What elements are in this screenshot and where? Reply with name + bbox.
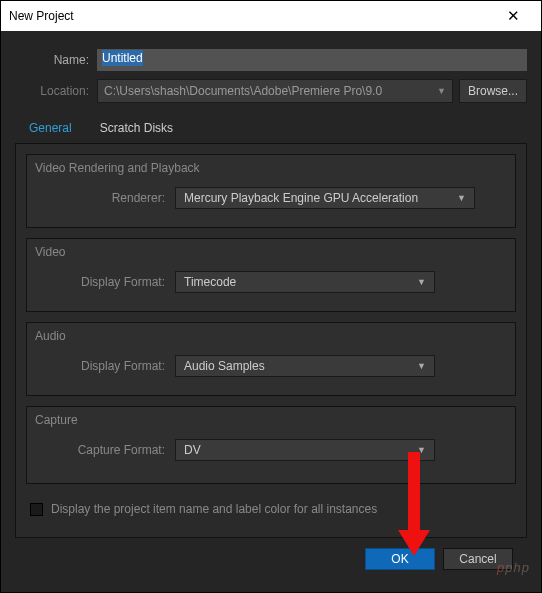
cancel-button[interactable]: Cancel: [443, 548, 513, 570]
audio-format-value: Audio Samples: [184, 359, 265, 373]
section-audio-title: Audio: [27, 323, 515, 353]
capture-format-label: Capture Format:: [35, 443, 175, 457]
name-label: Name:: [15, 53, 97, 67]
window-title: New Project: [9, 9, 493, 23]
ok-button[interactable]: OK: [365, 548, 435, 570]
location-label: Location:: [15, 84, 97, 98]
video-format-select[interactable]: Timecode ▼: [175, 271, 435, 293]
tabs: General Scratch Disks: [15, 115, 527, 144]
section-rendering: Video Rendering and Playback Renderer: M…: [26, 154, 516, 228]
location-row: Location: C:\Users\shash\Documents\Adobe…: [15, 79, 527, 103]
new-project-dialog: New Project ✕ Name: Untitled Location: C…: [0, 0, 542, 593]
location-value: C:\Users\shash\Documents\Adobe\Premiere …: [104, 84, 382, 98]
capture-format-value: DV: [184, 443, 201, 457]
titlebar: New Project ✕: [1, 1, 541, 31]
video-format-value: Timecode: [184, 275, 236, 289]
video-format-label: Display Format:: [35, 275, 175, 289]
close-icon[interactable]: ✕: [493, 7, 533, 25]
display-name-color-checkbox[interactable]: [30, 503, 43, 516]
browse-button[interactable]: Browse...: [459, 79, 527, 103]
section-capture: Capture Capture Format: DV ▼: [26, 406, 516, 484]
section-audio: Audio Display Format: Audio Samples ▼: [26, 322, 516, 396]
section-rendering-title: Video Rendering and Playback: [27, 155, 515, 185]
chevron-down-icon: ▼: [417, 277, 426, 287]
dialog-content: Name: Untitled Location: C:\Users\shash\…: [1, 31, 541, 592]
renderer-label: Renderer:: [35, 191, 175, 205]
chevron-down-icon: ▼: [457, 193, 466, 203]
chevron-down-icon: ▼: [437, 86, 446, 96]
section-video-title: Video: [27, 239, 515, 269]
dialog-footer: OK Cancel: [15, 538, 527, 582]
chevron-down-icon: ▼: [417, 361, 426, 371]
audio-format-label: Display Format:: [35, 359, 175, 373]
name-input[interactable]: Untitled: [97, 49, 527, 71]
tab-scratch-disks[interactable]: Scratch Disks: [86, 115, 187, 143]
display-name-color-row: Display the project item name and label …: [26, 494, 516, 520]
chevron-down-icon: ▼: [417, 445, 426, 455]
location-select[interactable]: C:\Users\shash\Documents\Adobe\Premiere …: [97, 79, 453, 103]
name-row: Name: Untitled: [15, 49, 527, 71]
audio-format-select[interactable]: Audio Samples ▼: [175, 355, 435, 377]
capture-format-select[interactable]: DV ▼: [175, 439, 435, 461]
section-capture-title: Capture: [27, 407, 515, 437]
tab-general[interactable]: General: [15, 115, 86, 143]
tab-pane-general: Video Rendering and Playback Renderer: M…: [15, 144, 527, 538]
section-video: Video Display Format: Timecode ▼: [26, 238, 516, 312]
renderer-select[interactable]: Mercury Playback Engine GPU Acceleration…: [175, 187, 475, 209]
display-name-color-label: Display the project item name and label …: [51, 502, 377, 516]
renderer-value: Mercury Playback Engine GPU Acceleration: [184, 191, 418, 205]
